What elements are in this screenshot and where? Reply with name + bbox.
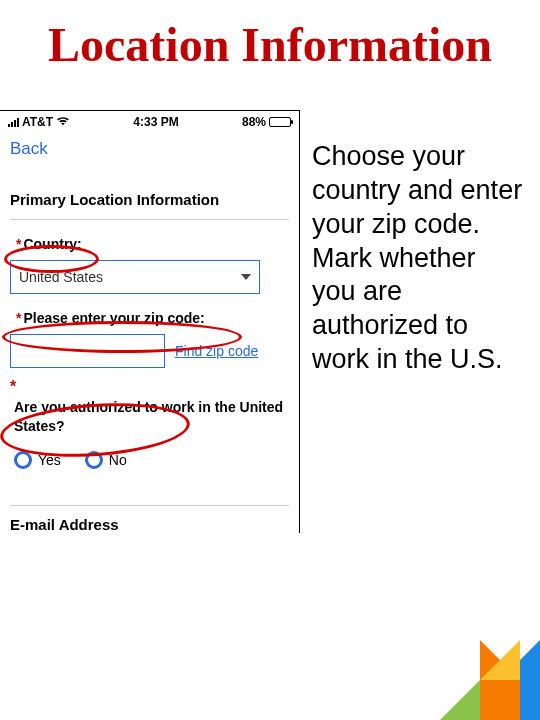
signal-icon: [8, 118, 19, 127]
radio-yes-label: Yes: [38, 452, 61, 468]
radio-no-label: No: [109, 452, 127, 468]
phone-screenshot: AT&T 4:33 PM 88% Back Primary Location I…: [0, 110, 300, 532]
auth-question: Are you authorized to work in the United…: [10, 396, 289, 436]
required-mark: *: [16, 236, 21, 252]
status-bar: AT&T 4:33 PM 88%: [0, 111, 299, 131]
carrier-label: AT&T: [22, 115, 53, 129]
radio-icon: [85, 451, 103, 469]
clock-label: 4:33 PM: [133, 115, 178, 129]
find-zip-link[interactable]: Find zip code: [175, 343, 258, 359]
corner-logo: [410, 610, 540, 720]
svg-marker-2: [520, 640, 540, 720]
required-mark: *: [10, 378, 16, 395]
radio-yes[interactable]: Yes: [14, 451, 61, 469]
divider: [10, 219, 289, 220]
back-button[interactable]: Back: [0, 131, 299, 163]
battery-percent: 88%: [242, 115, 266, 129]
battery-icon: [269, 117, 291, 127]
chevron-down-icon: [241, 274, 251, 280]
zip-label: *Please enter your zip code:: [10, 308, 211, 328]
email-heading: E-mail Address: [10, 516, 289, 533]
divider: [10, 505, 289, 506]
country-label: *Country:: [10, 234, 88, 254]
zip-input[interactable]: [10, 334, 165, 368]
radio-icon: [14, 451, 32, 469]
svg-marker-0: [440, 680, 480, 720]
auth-radio-group: Yes No: [10, 451, 289, 469]
required-mark: *: [16, 310, 21, 326]
section-heading: Primary Location Information: [10, 191, 289, 209]
slide-title: Location Information: [0, 0, 540, 80]
country-value: United States: [19, 269, 103, 285]
instruction-text: Choose your country and enter your zip c…: [300, 110, 530, 376]
wifi-icon: [56, 115, 70, 129]
radio-no[interactable]: No: [85, 451, 127, 469]
country-select[interactable]: United States: [10, 260, 260, 294]
